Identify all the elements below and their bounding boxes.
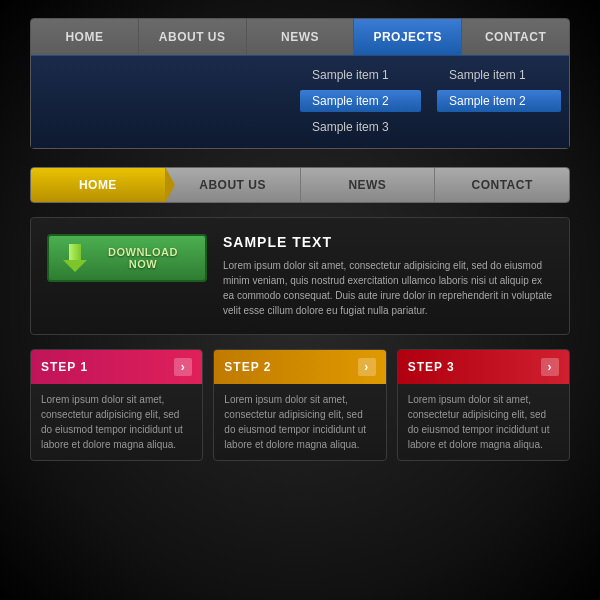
dropdown-item-1[interactable]: Sample item 1 (300, 64, 421, 86)
dropdown-item-3[interactable]: Sample item 3 (300, 116, 421, 138)
step1-header[interactable]: STEP 1 › (31, 350, 202, 384)
sample-title: SAMPLE TEXT (223, 234, 553, 250)
nav1-container: HOME ABOUT US NEWS PROJECTS CONTACT Samp… (30, 18, 570, 149)
download-button[interactable]: DOWNLOAD NOW (47, 234, 207, 282)
step-card-2: STEP 2 › Lorem ipsum dolor sit amet, con… (213, 349, 386, 461)
nav2-item-news[interactable]: NEWS (301, 168, 436, 202)
sample-body: Lorem ipsum dolor sit amet, consectetur … (223, 258, 553, 318)
step1-label: STEP 1 (41, 360, 88, 374)
nav1-item-projects[interactable]: PROJECTS (354, 19, 462, 55)
nav1-item-about[interactable]: ABOUT US (139, 19, 247, 55)
nav1-bar: HOME ABOUT US NEWS PROJECTS CONTACT (31, 19, 569, 55)
nav1-item-contact[interactable]: CONTACT (462, 19, 569, 55)
nav1-item-news[interactable]: NEWS (247, 19, 355, 55)
dropdown-item-2[interactable]: Sample item 2 (300, 90, 421, 112)
nav1-dropdown: Sample item 1 Sample item 2 Sample item … (31, 55, 569, 148)
step-card-1: STEP 1 › Lorem ipsum dolor sit amet, con… (30, 349, 203, 461)
nav1-item-home[interactable]: HOME (31, 19, 139, 55)
steps-container: STEP 1 › Lorem ipsum dolor sit amet, con… (30, 349, 570, 461)
step2-label: STEP 2 (224, 360, 271, 374)
dropdown-item-4[interactable]: Sample item 1 (437, 64, 561, 86)
step3-body: Lorem ipsum dolor sit amet, consectetur … (398, 384, 569, 460)
dropdown-col2: Sample item 1 Sample item 2 (429, 64, 569, 138)
arrow-head (63, 260, 87, 272)
download-section: DOWNLOAD NOW (47, 234, 207, 282)
content-box: DOWNLOAD NOW SAMPLE TEXT Lorem ipsum dol… (30, 217, 570, 335)
step3-chevron-icon: › (541, 358, 559, 376)
nav2-item-about[interactable]: ABOUT US (166, 168, 301, 202)
step2-chevron-icon: › (358, 358, 376, 376)
dropdown-col1: Sample item 1 Sample item 2 Sample item … (31, 64, 429, 138)
step1-body: Lorem ipsum dolor sit amet, consectetur … (31, 384, 202, 460)
step3-header[interactable]: STEP 3 › (398, 350, 569, 384)
arrow-body (69, 244, 81, 260)
dropdown-item-5[interactable]: Sample item 2 (437, 90, 561, 112)
download-arrow-icon (63, 244, 87, 272)
nav2-container: HOME ABOUT US NEWS CONTACT (30, 167, 570, 203)
nav2-item-home[interactable]: HOME (31, 168, 166, 202)
nav2-item-contact[interactable]: CONTACT (435, 168, 569, 202)
download-label: DOWNLOAD NOW (95, 246, 191, 270)
step2-header[interactable]: STEP 2 › (214, 350, 385, 384)
step2-body: Lorem ipsum dolor sit amet, consectetur … (214, 384, 385, 460)
step-card-3: STEP 3 › Lorem ipsum dolor sit amet, con… (397, 349, 570, 461)
step1-chevron-icon: › (174, 358, 192, 376)
text-section: SAMPLE TEXT Lorem ipsum dolor sit amet, … (223, 234, 553, 318)
step3-label: STEP 3 (408, 360, 455, 374)
